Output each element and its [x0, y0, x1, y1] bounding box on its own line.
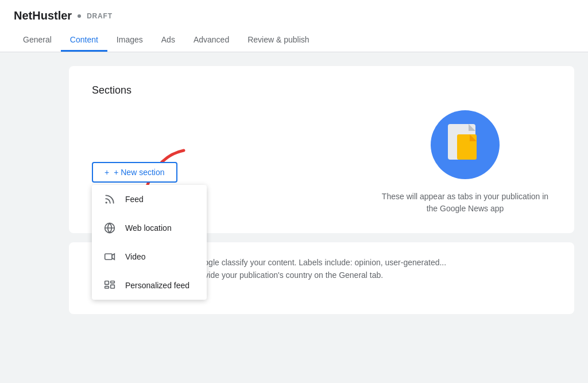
- sections-title: Sections: [92, 84, 551, 96]
- tab-ads[interactable]: Ads: [152, 29, 184, 52]
- svg-rect-2: [105, 254, 113, 260]
- header-title-row: NetHustler DRAFT: [14, 9, 574, 22]
- draft-label: DRAFT: [87, 12, 113, 20]
- sections-description: These will appear as tabs in your public…: [379, 191, 551, 215]
- feed-icon: [103, 193, 116, 206]
- app-name: NetHustler: [14, 9, 72, 22]
- tab-advanced[interactable]: Advanced: [184, 29, 238, 52]
- tab-general[interactable]: General: [14, 29, 61, 52]
- svg-rect-6: [111, 285, 115, 288]
- feed-label: Feed: [125, 195, 144, 204]
- tab-images[interactable]: Images: [107, 29, 152, 52]
- main-content: Sections + + New section: [0, 52, 588, 337]
- new-section-button[interactable]: + + New section: [92, 162, 177, 183]
- nav-tabs: General Content Images Ads Advanced Revi…: [14, 29, 574, 52]
- personalized-icon: [103, 279, 116, 292]
- new-section-label: + New section: [114, 168, 164, 177]
- draft-dot: [78, 14, 81, 18]
- dropdown-item-web-location[interactable]: Web location: [92, 214, 207, 242]
- sections-card: Sections + + New section: [69, 66, 574, 233]
- web-location-label: Web location: [125, 223, 172, 233]
- sections-content-row: + + New section: [92, 110, 551, 215]
- tab-content[interactable]: Content: [61, 29, 107, 52]
- svg-rect-4: [111, 281, 115, 283]
- tab-review[interactable]: Review & publish: [238, 29, 318, 52]
- svg-rect-5: [105, 287, 109, 288]
- gn-svg: [444, 122, 486, 168]
- dropdown-item-video[interactable]: Video: [92, 242, 207, 271]
- svg-rect-3: [105, 281, 109, 285]
- new-section-dropdown: Feed Web location: [92, 185, 207, 300]
- sections-left: + + New section: [92, 110, 356, 183]
- dropdown-item-personalized[interactable]: Personalized feed: [92, 271, 207, 300]
- google-news-icon: [431, 110, 500, 179]
- globe-icon: [103, 222, 116, 234]
- svg-point-0: [106, 202, 107, 203]
- new-section-wrapper: + + New section: [92, 162, 177, 183]
- new-section-plus: +: [105, 168, 109, 177]
- svg-rect-8: [457, 134, 477, 160]
- personalized-label: Personalized feed: [125, 281, 189, 290]
- sections-right: These will appear as tabs in your public…: [379, 110, 551, 215]
- dropdown-item-feed[interactable]: Feed: [92, 185, 207, 214]
- video-label: Video: [125, 252, 146, 261]
- video-icon: [103, 250, 116, 263]
- header: NetHustler DRAFT General Content Images …: [0, 0, 588, 52]
